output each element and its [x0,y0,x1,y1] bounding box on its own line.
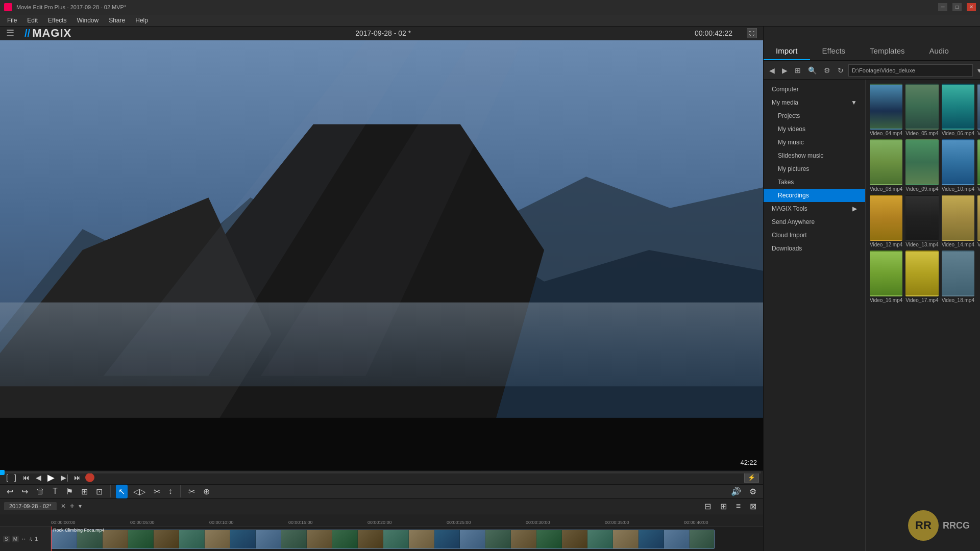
sidebar-item-projects[interactable]: Projects [764,109,865,122]
timeline-tab-close[interactable]: ✕ [61,503,66,510]
smart-render-button[interactable]: ⚡ [744,472,759,483]
media-item-13[interactable]: Video_17.mp4 [905,251,938,303]
menu-edit[interactable]: Edit [22,16,43,25]
media-item-9[interactable]: Video_13.mp4 [905,195,938,247]
text-button[interactable]: T [50,485,60,498]
media-item-12[interactable]: Video_16.mp4 [870,251,902,303]
volume-button[interactable]: 🔊 [728,485,744,498]
close-button[interactable]: ✕ [967,3,976,11]
hamburger-icon[interactable]: ☰ [6,28,14,39]
settings-button[interactable]: ⚙ [747,485,759,498]
tab-audio[interactable]: Audio [917,42,961,60]
sidebar-item-downloads[interactable]: Downloads [764,242,865,255]
sidebar-item-myvideos[interactable]: My videos [764,122,865,136]
nav-forward-button[interactable]: ▶ [779,65,790,76]
timeline-view-2[interactable]: ⊞ [718,499,729,513]
move-tool-button[interactable]: ↕ [166,485,175,498]
next-frame-button[interactable]: ▶| [59,472,70,483]
minimize-button[interactable]: ─ [938,3,947,11]
media-item-10[interactable]: Video_14.mp4 [942,195,974,247]
media-thumb-5[interactable] [905,139,938,185]
tab-effects[interactable]: Effects [810,42,858,60]
cut-button[interactable]: ✂ [186,485,198,498]
media-item-8[interactable]: Video_12.mp4 [870,195,902,247]
search-button[interactable]: 🔍 [805,65,819,76]
menu-share[interactable]: Share [104,16,130,25]
view-mode-button[interactable]: ⊞ [792,65,803,76]
group-button[interactable]: ⊞ [79,485,90,498]
trim-tool-button[interactable]: ◁▷ [131,485,148,498]
media-thumb-7[interactable] [977,139,980,185]
settings-icon-button[interactable]: ⚙ [821,65,833,76]
menu-window[interactable]: Window [72,16,104,25]
menu-help[interactable]: Help [130,16,153,25]
nav-back-button[interactable]: ◀ [767,65,777,76]
add-track-button[interactable]: + [70,502,75,511]
media-item-11[interactable]: Video_15.mp4 [977,195,980,247]
redo-button[interactable]: ↪ [19,485,31,498]
split-tool-button[interactable]: ✂ [151,485,163,498]
track-solo-1[interactable]: S [3,536,10,542]
tab-import[interactable]: Import [764,42,810,60]
sidebar-item-magixtools[interactable]: MAGIX Tools ▶ [764,202,865,215]
path-dropdown-button[interactable]: ▾ [975,65,980,76]
media-item-0[interactable]: Video_04.mp4 [870,84,902,136]
media-thumb-9[interactable] [905,195,938,241]
cursor-tool-button[interactable]: ↖ [116,485,128,498]
menu-file[interactable]: File [2,16,22,25]
sidebar-item-sendanywhere[interactable]: Send Anywhere [764,215,865,229]
sidebar-item-cloudimport[interactable]: Cloud Import [764,229,865,242]
next-mark-button[interactable]: ⏭ [72,472,83,483]
marker-button[interactable]: ⚑ [63,485,76,498]
timeline-view-1[interactable]: ⊟ [702,499,714,513]
media-thumb-2[interactable] [942,84,974,130]
refresh-button[interactable]: ↻ [835,65,846,76]
media-thumb-6[interactable] [942,139,974,185]
media-thumb-8[interactable] [870,195,902,241]
mark-out-button[interactable]: ] [12,472,18,483]
mark-in-button[interactable]: [ [4,472,10,483]
media-thumb-1[interactable] [905,84,938,130]
record-button[interactable] [85,473,94,482]
media-thumb-3[interactable] [977,84,980,130]
media-thumb-14[interactable] [942,251,974,296]
fullscreen-button[interactable]: ⛶ [747,28,757,38]
media-item-3[interactable]: Video_07.mp4 [977,84,980,136]
sidebar-item-mymedia[interactable]: My media ▼ [764,96,865,109]
media-item-7[interactable]: Video_11.mp4 [977,139,980,192]
media-item-2[interactable]: Video_06.mp4 [942,84,974,136]
sidebar-item-slideshowmusic[interactable]: Slideshow music [764,149,865,162]
media-item-6[interactable]: Video_10.mp4 [942,139,974,192]
track-content-1[interactable]: Rock Climbing Foca.mp4 [51,527,763,551]
media-item-1[interactable]: Video_05.mp4 [905,84,938,136]
tab-templates[interactable]: Templates [857,42,917,60]
sidebar-item-takes[interactable]: Takes [764,176,865,189]
insert-button[interactable]: ⊕ [201,485,212,498]
media-thumb-11[interactable] [977,195,980,241]
snap-button[interactable]: ⊡ [93,485,105,498]
timeline-view-4[interactable]: ⊠ [747,499,759,513]
timeline-tab[interactable]: 2017-09-28 - 02* [4,502,57,510]
video-clip-1[interactable] [51,530,715,549]
sidebar-item-mymusic[interactable]: My music [764,136,865,149]
timeline-view-3[interactable]: ≡ [733,499,743,513]
delete-button[interactable]: 🗑 [34,485,47,498]
media-thumb-12[interactable] [870,251,902,296]
media-thumb-13[interactable] [905,251,938,296]
progress-track[interactable] [2,471,761,473]
timeline-dropdown-button[interactable]: ▾ [79,503,82,510]
media-thumb-0[interactable] [870,84,902,130]
undo-button[interactable]: ↩ [4,485,16,498]
media-item-5[interactable]: Video_09.mp4 [905,139,938,192]
menu-effects[interactable]: Effects [43,16,71,25]
prev-mark-button[interactable]: ⏮ [20,472,32,483]
media-thumb-4[interactable] [870,139,902,185]
prev-frame-button[interactable]: ◀ [34,472,43,483]
media-item-4[interactable]: Video_08.mp4 [870,139,902,192]
sidebar-item-mypictures[interactable]: My pictures [764,162,865,176]
media-item-14[interactable]: Video_18.mp4 [942,251,974,303]
sidebar-item-recordings[interactable]: Recordings [764,189,865,202]
media-thumb-10[interactable] [942,195,974,241]
sidebar-item-computer[interactable]: Computer [764,83,865,96]
playhead[interactable] [0,470,5,475]
